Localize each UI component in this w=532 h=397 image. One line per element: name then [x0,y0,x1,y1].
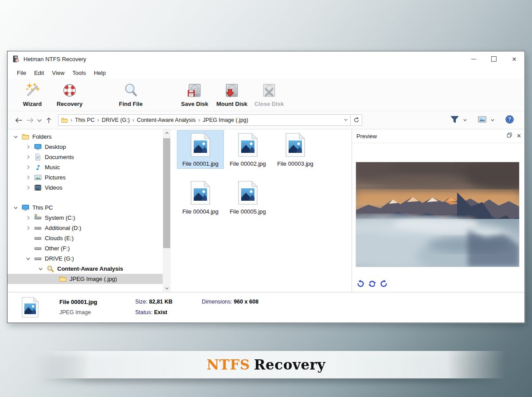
tree-item-videos[interactable]: Videos [8,183,163,193]
menu-tools[interactable]: Tools [68,68,90,78]
drive-icon [34,224,42,232]
chevron-right-icon[interactable] [24,144,31,151]
dimensions-label: Dimensions: [202,299,232,305]
music-icon [34,163,42,171]
chevron-right-icon[interactable] [24,225,31,232]
chevron-right-icon[interactable] [24,154,31,161]
tree-item-jpeg-image[interactable]: JPEG Image (.jpg) [8,274,163,284]
float-window-icon [506,132,512,138]
history-dropdown-button[interactable] [36,114,43,126]
size-label: Size: [135,299,148,305]
file-item-00002[interactable]: File 00002.jpg [224,130,271,169]
rotate-180-icon [368,280,376,288]
menu-file[interactable]: File [13,68,30,78]
breadcrumb-this-pc[interactable]: This PC [73,117,96,123]
logo-product: Recovery [254,357,325,373]
back-button[interactable] [13,114,24,126]
folder-tree: Folders Desktop Documents Music Pictures [8,129,163,292]
file-item-00001[interactable]: File 00001.jpg [177,130,224,169]
find-file-button[interactable]: Find File [112,82,149,108]
tree-item-folders[interactable]: Folders [8,132,163,142]
tree-item-documents[interactable]: Documents [8,152,163,162]
undock-panel-button[interactable] [506,132,512,140]
folder-icon [61,117,68,124]
filter-dropdown-button[interactable] [463,116,467,124]
tree-item-drive-g[interactable]: DRIVE (G:) [8,253,163,264]
breadcrumb-drive-g[interactable]: DRIVE (G:) [100,117,131,123]
forward-button[interactable] [24,114,36,126]
breadcrumb-separator: › [132,117,135,123]
breadcrumb-content-aware[interactable]: Content-Aware Analysis [135,117,197,123]
image-file-icon [191,133,210,159]
scroll-down-button[interactable] [163,284,171,292]
file-item-00003[interactable]: File 00003.jpg [272,130,319,169]
scrollbar-thumb[interactable] [163,138,170,248]
save-disk-icon [187,83,202,100]
chevron-down-icon[interactable] [12,204,19,211]
tree-item-this-pc[interactable]: This PC [8,202,163,213]
chevron-right-icon[interactable] [24,174,31,181]
refresh-button[interactable] [351,114,362,126]
breadcrumb-separator: › [197,117,201,123]
chevron-right-icon[interactable] [24,184,31,191]
menu-edit[interactable]: Edit [30,68,48,78]
chevron-right-icon[interactable] [24,164,31,171]
image-file-icon [238,181,258,206]
chevron-down-icon[interactable] [37,265,44,272]
filter-button[interactable] [450,115,459,125]
folder-icon [59,275,66,283]
brand-band: NTFSRecovery [0,351,532,378]
tree-scrollbar[interactable] [163,129,171,292]
mount-disk-button[interactable]: Mount Disk [213,82,250,108]
drive-icon [34,234,42,242]
chevron-down-icon[interactable] [24,255,31,262]
tree-item-other-f[interactable]: Other (F:) [8,243,163,253]
mount-disk-icon [224,83,239,100]
close-button[interactable]: × [504,51,524,66]
save-disk-button[interactable]: Save Disk [176,82,213,108]
chevron-right-icon[interactable] [24,214,31,222]
menu-view[interactable]: View [48,68,68,78]
rotate-clockwise-button[interactable] [379,280,388,290]
file-item-00005[interactable]: File 00005.jpg [224,178,271,217]
tree-item-music[interactable]: Music [8,162,163,172]
tree-item-clouds-e[interactable]: Clouds (E:) [8,233,163,243]
rotate-counterclockwise-icon [356,280,365,288]
window-title: Hetman NTFS Recovery [23,56,86,62]
up-button[interactable] [43,114,55,126]
address-dropdown-button[interactable] [343,116,348,124]
address-bar[interactable]: › This PC › DRIVE (G:) › Content-Aware A… [58,114,351,126]
close-icon: × [512,55,516,63]
tree-item-desktop[interactable]: Desktop [8,142,163,152]
tree-item-additional-d[interactable]: Additional (D:) [8,223,163,233]
maximize-button[interactable] [484,51,504,66]
view-mode-button[interactable] [478,115,486,125]
chevron-down-icon [343,117,348,122]
breadcrumb-jpeg-image[interactable]: JPEG Image (.jpg) [201,117,250,123]
view-dropdown-button[interactable] [490,116,495,124]
status-bar: File 00001.jpg JPEG Image Size: 82,81 KB… [8,292,524,323]
help-button[interactable] [505,115,514,125]
maximize-icon [491,56,497,62]
rotate-counterclockwise-button[interactable] [356,280,365,290]
wizard-button[interactable]: Wizard [14,82,51,108]
tree-item-pictures[interactable]: Pictures [8,172,163,183]
file-item-00004[interactable]: File 00004.jpg [177,178,224,217]
chevron-down-icon [463,118,467,122]
tree-item-content-aware-analysis[interactable]: Content-Aware Analysis [8,264,163,274]
up-arrow-icon [45,117,53,124]
dimensions-value: 960 x 608 [234,299,258,305]
rotate-180-button[interactable] [368,280,376,290]
status-label: Status: [135,309,153,315]
close-panel-button[interactable]: × [517,132,521,140]
menu-help[interactable]: Help [90,68,110,78]
back-arrow-icon [15,117,23,124]
tree-item-system-c[interactable]: System (C:) [8,213,163,223]
recovery-button[interactable]: Recovery [51,82,88,108]
app-window: Hetman NTFS Recovery × File Edit View To… [7,51,525,323]
scroll-up-button[interactable] [163,129,171,137]
status-value: Exist [154,309,167,315]
chevron-down-icon[interactable] [12,133,19,140]
minimize-button[interactable] [463,51,484,66]
breadcrumb-separator: › [96,117,100,123]
